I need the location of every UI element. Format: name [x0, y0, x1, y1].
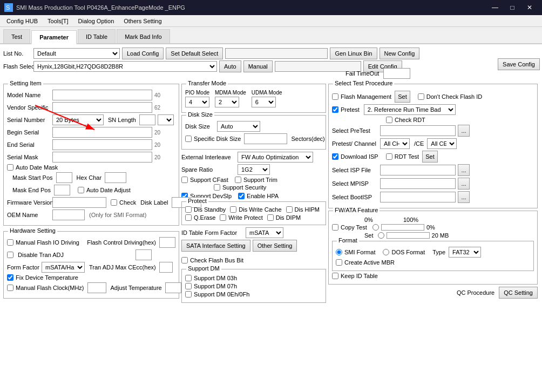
form-factor-select[interactable]: mSATA/HalfS: [42, 262, 85, 273]
auto-date-mask-check[interactable]: [7, 164, 13, 171]
window-controls[interactable]: — □ ✕: [487, 2, 538, 13]
new-config-button[interactable]: New Config: [380, 48, 420, 59]
maximize-button[interactable]: □: [504, 2, 520, 13]
gen-linux-bin-button[interactable]: Gen Linux Bin: [330, 48, 377, 59]
dm0eh-check[interactable]: [185, 291, 192, 298]
specific-disk-size-check[interactable]: [185, 136, 192, 142]
manual-flash-io-check[interactable]: [7, 239, 13, 246]
save-config-button[interactable]: Save Config: [498, 58, 540, 70]
adjust-temp-input[interactable]: 40: [165, 282, 181, 293]
auto-button[interactable]: Auto: [219, 60, 241, 72]
specific-disk-size-input[interactable]: 13000000: [244, 133, 287, 144]
sn-length-select[interactable]: [158, 114, 174, 125]
vendor-specific-input[interactable]: [52, 102, 152, 113]
select-pretest-input[interactable]: PTEST2246.bin: [380, 125, 456, 136]
keep-id-table-check[interactable]: [332, 273, 338, 279]
smi-format-radio[interactable]: [336, 249, 342, 255]
oem-name-input[interactable]: DISKDISK: [52, 209, 85, 220]
rdt-test-check[interactable]: [386, 153, 392, 160]
copy-test-radio2[interactable]: [378, 232, 384, 239]
select-bootp-input[interactable]: BootISP2246.bin: [380, 192, 456, 202]
flash-control-input[interactable]: 66: [159, 237, 175, 248]
create-active-mbr-check[interactable]: [336, 259, 342, 266]
security-check[interactable]: [214, 184, 220, 191]
type-select[interactable]: FAT32: [449, 247, 481, 258]
tab-id-table[interactable]: ID Table: [78, 29, 116, 43]
flash-select[interactable]: Hynix,128Gbit,H27QDG8D2B8R: [33, 61, 217, 72]
dont-check-flash-id-check[interactable]: [418, 93, 424, 100]
manual-button[interactable]: Manual: [243, 60, 273, 72]
udma-mode-select[interactable]: 6: [252, 97, 276, 107]
flash-management-check[interactable]: [332, 93, 338, 100]
select-bootp-browse[interactable]: ...: [458, 191, 470, 203]
select-pretest-browse[interactable]: ...: [458, 125, 470, 137]
sata-interface-button[interactable]: SATA Interface Setting: [181, 240, 250, 252]
dis-hipm-check[interactable]: [286, 206, 293, 213]
serial-mask-input[interactable]: YICHUN############: [52, 152, 152, 163]
flash-dos-input[interactable]: 66: [136, 249, 152, 260]
qc-setting-button[interactable]: QC Setting: [499, 287, 538, 299]
cfast-check[interactable]: [181, 177, 188, 183]
menu-config-hub[interactable]: Config HUB: [2, 16, 42, 26]
menu-dialog-option[interactable]: Dialog Option: [74, 16, 119, 26]
dis-write-cache-check[interactable]: [230, 206, 236, 213]
copy-test-check[interactable]: [332, 224, 338, 231]
select-mpisp-browse[interactable]: ...: [458, 178, 470, 190]
close-button[interactable]: ✕: [521, 2, 538, 13]
mask-end-pos-input[interactable]: 10: [54, 185, 70, 195]
sn-length-input[interactable]: 20: [139, 114, 155, 125]
copy-test-radio1[interactable]: [372, 224, 379, 231]
menu-others-setting[interactable]: Others Setting: [119, 16, 166, 26]
mask-start-pos-input[interactable]: 3: [56, 172, 72, 183]
begin-serial-input[interactable]: YICHUN20160923010003: [52, 127, 152, 138]
trim-check[interactable]: [235, 177, 241, 183]
tran-adj-input[interactable]: 0: [159, 262, 173, 273]
select-isp-file-browse[interactable]: ...: [458, 164, 470, 176]
end-serial-input[interactable]: YICHUN20160923019999: [52, 139, 152, 150]
all-ch-select[interactable]: All CH: [380, 138, 410, 149]
dis-standby-check[interactable]: [185, 206, 192, 213]
list-no-select[interactable]: Default: [33, 48, 120, 59]
dm07h-check[interactable]: [185, 283, 192, 289]
auto-date-adjust-check[interactable]: [78, 187, 84, 193]
firmware-version-input[interactable]: [52, 197, 106, 208]
tab-test[interactable]: Test: [3, 29, 30, 43]
tab-mark-bad-info[interactable]: Mark Bad Info: [117, 29, 170, 43]
hpa-check[interactable]: [238, 193, 245, 199]
external-interleave-select[interactable]: FW Auto Optimization: [238, 152, 313, 163]
serial-number-select[interactable]: 20 Bytes: [52, 114, 104, 125]
set-default-button[interactable]: Set Default Select: [166, 48, 223, 59]
q-erase-check[interactable]: [185, 214, 192, 221]
id-table-form-factor-select[interactable]: mSATA: [246, 227, 283, 238]
disk-size-select[interactable]: Auto: [217, 121, 260, 132]
pio-mode-select[interactable]: 4: [185, 97, 209, 107]
write-protect-check[interactable]: [220, 214, 226, 221]
disable-tran-adj-check[interactable]: [7, 252, 13, 258]
pretest-select[interactable]: 2. Reference Run Time Bad: [364, 104, 456, 115]
flash-management-set-button[interactable]: Set: [395, 91, 410, 103]
all-ce-select[interactable]: All CE: [427, 138, 457, 149]
dis-dipm-check[interactable]: [267, 214, 274, 221]
dos-format-radio[interactable]: [383, 249, 389, 255]
dm03h-check[interactable]: [185, 275, 192, 281]
menu-tools[interactable]: Tools[T]: [43, 16, 73, 26]
minimize-button[interactable]: —: [487, 2, 503, 13]
tab-parameter[interactable]: Parameter: [31, 30, 77, 44]
select-mpisp-input[interactable]: MPISP2246.bin: [380, 178, 456, 189]
check-check[interactable]: [111, 199, 117, 206]
hex-char-input[interactable]: [105, 172, 126, 183]
manual-flash-clk-check[interactable]: [7, 285, 13, 291]
check-rdt-check[interactable]: [386, 117, 392, 123]
pretest-check[interactable]: [332, 106, 338, 113]
fix-device-check[interactable]: [7, 274, 13, 281]
load-config-button[interactable]: Load Config: [122, 48, 164, 59]
check-flash-bus-bit-check[interactable]: [181, 257, 188, 263]
manual-flash-clk-input[interactable]: 200: [87, 282, 106, 293]
select-isp-file-input[interactable]: ISP2246XT.bin: [380, 165, 456, 175]
model-name-input[interactable]: SSD 64GB: [52, 90, 152, 100]
other-setting-button[interactable]: Other Setting: [253, 240, 297, 252]
fail-timeout-input[interactable]: 600: [383, 68, 410, 79]
mdma-mode-select[interactable]: 2: [215, 97, 239, 107]
download-isp-check[interactable]: [332, 153, 338, 160]
spare-ratio-select[interactable]: 1G2: [238, 164, 270, 175]
